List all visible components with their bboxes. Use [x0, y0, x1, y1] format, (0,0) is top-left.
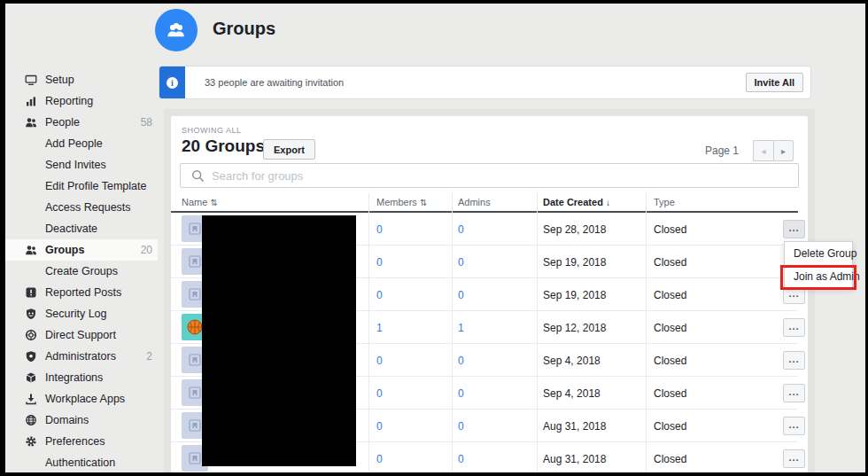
date-created-cell: Sep 12, 2018 [543, 322, 606, 334]
date-created-cell: Aug 31, 2018 [543, 453, 606, 465]
next-page-button[interactable]: ▸ [773, 140, 794, 161]
sidebar-item-integrations[interactable]: Integrations [5, 367, 158, 388]
column-header-members[interactable]: Members ⇅ [376, 197, 427, 207]
search-input[interactable] [212, 169, 798, 183]
groups-count-badge: 20 [141, 244, 152, 256]
group-type-cell: Closed [654, 289, 686, 301]
row-actions-button[interactable]: ... [783, 417, 805, 435]
sidebar-item-send-invites[interactable]: Send Invites [5, 154, 158, 176]
group-type-cell: Closed [654, 420, 686, 433]
sidebar-item-domains[interactable]: Domains [5, 410, 158, 431]
sidebar-item-setup[interactable]: Setup [5, 69, 158, 90]
cube-icon [25, 371, 37, 384]
sidebar-item-label: Domains [45, 414, 89, 426]
sidebar-item-reported-posts[interactable]: Reported Posts [5, 282, 158, 303]
row-actions-button[interactable]: ... [783, 449, 805, 468]
bar-chart-icon [25, 95, 37, 107]
sidebar-item-people[interactable]: People 58 [5, 112, 158, 133]
page-indicator: Page 1 [705, 144, 739, 157]
row-actions-button[interactable]: ... [783, 384, 805, 402]
admins-count-link[interactable]: 0 [458, 420, 464, 433]
members-count-link[interactable]: 0 [376, 256, 383, 269]
row-actions-button[interactable]: ... [783, 318, 805, 337]
sidebar-item-label: Integrations [45, 371, 103, 384]
groups-people-icon [165, 19, 188, 42]
column-header-type[interactable]: Type [654, 197, 675, 207]
administrators-count-badge: 2 [146, 350, 152, 363]
globe-icon [25, 414, 37, 426]
sidebar-item-security-log[interactable]: Security Log [5, 303, 158, 324]
sidebar-item-workplace-apps[interactable]: Workplace Apps [5, 388, 158, 410]
sidebar-item-reporting[interactable]: Reporting [5, 90, 158, 112]
sidebar-item-authentication[interactable]: Authentication [5, 452, 158, 472]
admins-count-link[interactable]: 0 [458, 355, 464, 367]
admins-count-link[interactable]: 0 [458, 453, 464, 465]
members-count-link[interactable]: 0 [376, 387, 383, 400]
sidebar-item-label: Create Groups [45, 265, 118, 277]
members-count-link[interactable]: 0 [376, 289, 383, 301]
export-button[interactable]: Export [263, 139, 315, 160]
members-count-link[interactable]: 0 [376, 453, 383, 465]
sidebar: Setup Reporting People 58 Add People Sen… [5, 69, 158, 472]
invitation-banner: i 33 people are awaiting invitation Invi… [159, 66, 810, 98]
column-header-date-created[interactable]: Date Created ↓ [543, 197, 610, 207]
table-header: Name ⇅ Members ⇅ Admins Date Created ↓ T… [171, 193, 798, 213]
admins-count-link[interactable]: 0 [458, 289, 464, 301]
redacted-name-block [202, 215, 356, 466]
sidebar-item-direct-support[interactable]: Direct Support [5, 324, 158, 346]
group-type-cell: Closed [654, 322, 686, 334]
previous-page-button[interactable]: ◂ [753, 140, 773, 161]
sidebar-item-label: Send Invites [45, 159, 106, 171]
members-count-link[interactable]: 0 [376, 355, 383, 367]
members-count-link[interactable]: 0 [376, 420, 383, 433]
sidebar-item-label: Workplace Apps [45, 393, 125, 405]
sidebar-item-administrators[interactable]: Administrators 2 [5, 346, 158, 367]
group-search-box[interactable] [180, 163, 799, 188]
sidebar-item-access-requests[interactable]: Access Requests [5, 197, 158, 218]
members-count-link[interactable]: 1 [376, 322, 383, 334]
row-actions-button[interactable]: ... [783, 220, 805, 238]
sidebar-item-label: Authentication [45, 456, 115, 469]
date-created-cell: Sep 28, 2018 [543, 223, 606, 236]
sidebar-item-label: People [45, 116, 80, 129]
group-type-cell: Closed [654, 256, 686, 269]
chevron-left-icon: ◂ [761, 146, 765, 156]
chevron-right-icon: ▸ [781, 146, 786, 156]
sidebar-item-label: Direct Support [45, 329, 116, 341]
row-actions-button[interactable]: ... [783, 351, 805, 370]
download-icon [25, 393, 37, 405]
sidebar-item-groups[interactable]: Groups 20 [5, 239, 158, 261]
date-created-cell: Sep 4, 2018 [543, 387, 601, 400]
sort-updown-icon: ⇅ [210, 198, 217, 207]
people-icon [25, 244, 37, 256]
group-type-cell: Closed [654, 453, 686, 465]
menu-item-join-as-admin[interactable]: Join as Admin [785, 265, 852, 288]
sidebar-item-add-people[interactable]: Add People [5, 133, 158, 154]
sidebar-item-label: Access Requests [45, 201, 131, 214]
column-header-name[interactable]: Name ⇅ [182, 197, 218, 207]
ellipsis-icon: ... [788, 321, 799, 332]
sidebar-item-preferences[interactable]: Preferences [5, 431, 158, 452]
search-icon [191, 169, 205, 183]
gear-icon [25, 435, 37, 448]
monitor-icon [25, 74, 37, 86]
group-type-cell: Closed [654, 223, 686, 236]
admins-count-link[interactable]: 1 [458, 322, 464, 334]
sidebar-item-label: Setup [45, 74, 74, 86]
ellipsis-icon: ... [788, 354, 799, 364]
sidebar-item-label: Edit Profile Template [45, 180, 146, 192]
admins-count-link[interactable]: 0 [458, 387, 464, 400]
date-created-cell: Sep 4, 2018 [543, 355, 601, 367]
ellipsis-icon: ... [788, 452, 799, 463]
ellipsis-icon: ... [788, 288, 799, 299]
column-header-admins[interactable]: Admins [458, 197, 491, 207]
members-count-link[interactable]: 0 [376, 223, 383, 236]
sidebar-item-label: Deactivate [45, 222, 97, 235]
menu-item-delete-group[interactable]: Delete Group [785, 242, 852, 265]
sidebar-item-create-groups[interactable]: Create Groups [5, 261, 158, 282]
invite-all-button[interactable]: Invite All [746, 73, 803, 92]
admins-count-link[interactable]: 0 [458, 256, 464, 269]
sidebar-item-edit-profile-template[interactable]: Edit Profile Template [5, 176, 158, 197]
admins-count-link[interactable]: 0 [458, 223, 464, 236]
sidebar-item-deactivate[interactable]: Deactivate [5, 218, 158, 239]
